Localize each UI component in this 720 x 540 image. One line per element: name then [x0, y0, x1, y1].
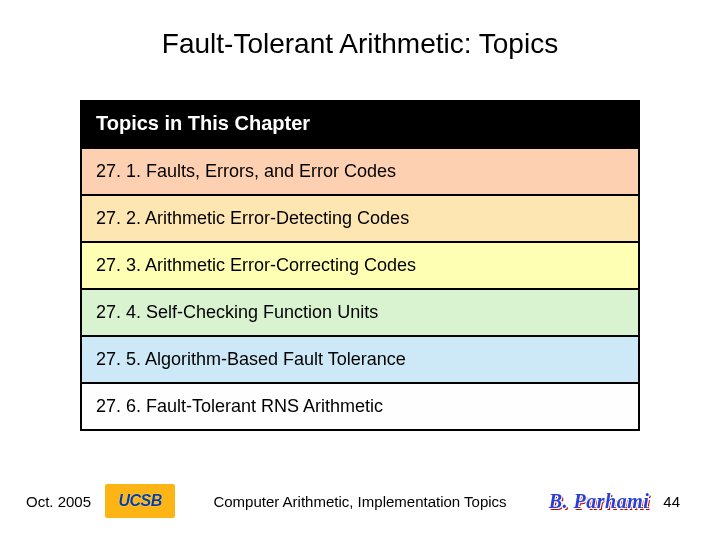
- footer-date: Oct. 2005: [26, 493, 91, 510]
- table-row: 27. 4. Self-Checking Function Units: [82, 288, 638, 335]
- footer-left: Oct. 2005 UCSB: [26, 484, 175, 518]
- ucsb-logo: UCSB: [105, 484, 175, 518]
- table-row: 27. 3. Arithmetic Error-Correcting Codes: [82, 241, 638, 288]
- footer: Oct. 2005 UCSB Computer Arithmetic, Impl…: [0, 484, 720, 518]
- footer-right: B. Parhami 44: [549, 490, 680, 513]
- table-row: 27. 2. Arithmetic Error-Detecting Codes: [82, 194, 638, 241]
- ucsb-logo-text: UCSB: [118, 492, 161, 510]
- page-number: 44: [663, 493, 680, 510]
- topics-table: Topics in This Chapter 27. 1. Faults, Er…: [80, 100, 640, 431]
- table-row: 27. 1. Faults, Errors, and Error Codes: [82, 147, 638, 194]
- footer-caption: Computer Arithmetic, Implementation Topi…: [213, 493, 506, 510]
- table-header: Topics in This Chapter: [82, 102, 638, 147]
- table-row: 27. 5. Algorithm-Based Fault Tolerance: [82, 335, 638, 382]
- slide-title: Fault-Tolerant Arithmetic: Topics: [80, 28, 640, 60]
- table-row: 27. 6. Fault-Tolerant RNS Arithmetic: [82, 382, 638, 429]
- slide: Fault-Tolerant Arithmetic: Topics Topics…: [0, 0, 720, 540]
- author-name: B. Parhami: [549, 490, 650, 513]
